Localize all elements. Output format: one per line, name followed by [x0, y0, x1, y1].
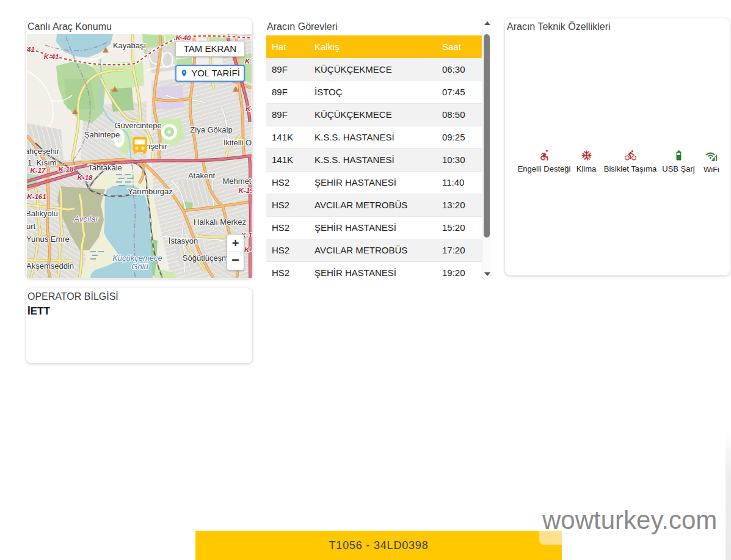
svg-text:Ziya Gökalp: Ziya Gökalp [190, 125, 232, 134]
svg-text:Gölü: Gölü [131, 262, 148, 271]
svg-text:Kayabaşı: Kayabaşı [113, 41, 146, 50]
svg-text:K-18: K-18 [59, 165, 75, 173]
svg-text:Atakent: Atakent [188, 171, 215, 180]
svg-text:1. Kısım: 1. Kısım [27, 158, 57, 167]
svg-text:Halkalı Merkez: Halkalı Merkez [194, 217, 246, 227]
svg-text:K-17: K-17 [31, 167, 46, 174]
svg-text:41: 41 [27, 46, 35, 53]
svg-text:Bahçeşehir: Bahçeşehir [27, 147, 60, 156]
svg-text:Tahtakale: Tahtakale [88, 163, 122, 172]
svg-text:urt: urt [27, 222, 36, 231]
svg-text:Avcılar: Avcılar [73, 214, 98, 224]
svg-text:K-19: K-19 [239, 187, 252, 194]
svg-text:Şahintepe: Şahintepe [84, 130, 120, 139]
svg-text:K-41: K-41 [44, 53, 59, 60]
svg-text:K-161: K-161 [27, 193, 46, 200]
svg-text:Mehmet: Mehmet [223, 176, 252, 186]
svg-text:Söğütlüçeşme: Söğütlüçeşme [183, 253, 233, 263]
svg-text:Balıkyolu: Balıkyolu [27, 209, 58, 218]
svg-text:Yarımburgaz: Yarımburgaz [128, 187, 172, 196]
svg-text:K-18: K-18 [78, 174, 93, 181]
svg-text:İstasyon: İstasyon [169, 236, 198, 245]
svg-text:K-: K- [245, 57, 252, 65]
svg-text:Yunus Emre: Yunus Emre [27, 235, 70, 244]
svg-text:Küçükçemece: Küçükçemece [112, 253, 162, 263]
svg-text:Akşemseddin: Akşemseddin [27, 261, 74, 271]
svg-text:İkitelli OS: İkitelli OS [224, 138, 252, 147]
svg-text:K-: K- [245, 105, 252, 112]
svg-text:K-: K- [244, 246, 252, 253]
svg-text:Güvercintepe: Güvercintepe [114, 121, 161, 130]
